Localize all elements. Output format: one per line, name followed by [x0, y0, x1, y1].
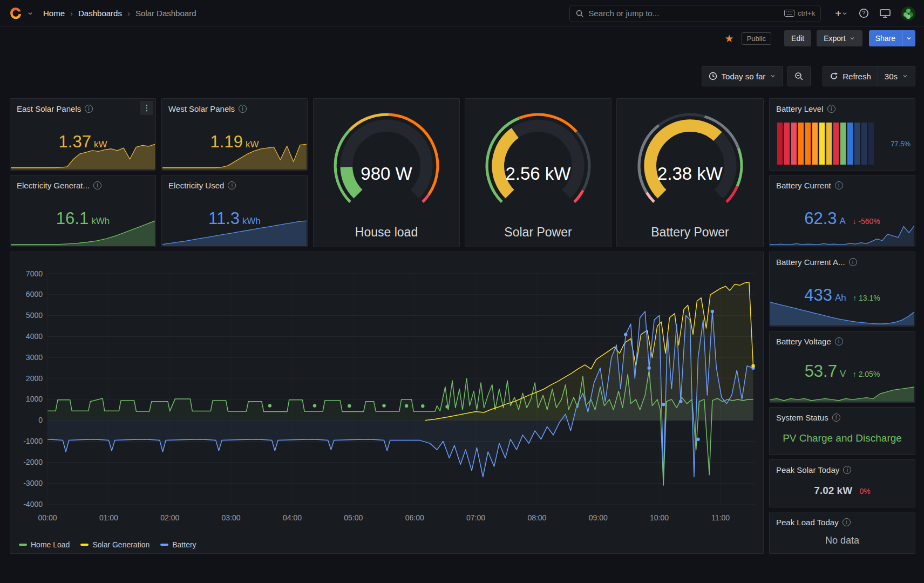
no-data-message: No data [770, 535, 915, 546]
zoom-out-icon [794, 72, 804, 81]
panel-east-solar: East Solar Panels i ⋮ 1.37kW [10, 98, 156, 171]
svg-text:-4000: -4000 [23, 500, 43, 509]
chevron-down-icon [770, 73, 776, 79]
panel-header: East Solar Panels i [17, 103, 151, 114]
time-controls: Today so far Refresh 30s [702, 66, 915, 86]
svg-text:10:00: 10:00 [650, 513, 669, 522]
legend-swatch [19, 544, 27, 546]
legend-item-solar-generation[interactable]: Solar Generation [80, 540, 150, 549]
gauge-title[interactable]: House load [314, 225, 459, 240]
search-input[interactable]: Search or jump to... ctrl+k [569, 5, 821, 22]
refresh-group: Refresh 30s [823, 66, 915, 86]
search-shortcut: ctrl+k [784, 9, 816, 17]
panel-title[interactable]: Battery Current A... [776, 257, 845, 267]
panel-battery-current-ah: Battery Current A... i 433Ah ↑ 13.1% [769, 252, 915, 327]
panel-timeseries: 70006000500040003000200010000-1000-2000-… [10, 252, 764, 554]
nav-left: Home › Dashboards › Solar Dashboard [9, 6, 569, 21]
svg-text:-1000: -1000 [23, 437, 43, 445]
panel-title[interactable]: Battery Voltage [776, 337, 831, 346]
sparkline-chart [11, 218, 155, 246]
timeseries-chart[interactable]: 70006000500040003000200010000-1000-2000-… [10, 252, 763, 527]
breadcrumb-separator: › [127, 9, 130, 18]
search-placeholder: Search or jump to... [588, 9, 779, 18]
share-button[interactable]: Share [869, 30, 902, 46]
info-icon[interactable]: i [835, 181, 843, 189]
panel-header: System Status i [776, 412, 911, 423]
svg-text:00:00: 00:00 [38, 513, 57, 522]
panel-header: Peak Load Today i [776, 517, 911, 527]
edit-button[interactable]: Edit [784, 30, 811, 46]
export-button[interactable]: Export [817, 30, 862, 46]
svg-text:-3000: -3000 [23, 479, 43, 487]
refresh-interval-select[interactable]: 30s [878, 66, 915, 86]
svg-text:11:00: 11:00 [711, 513, 730, 522]
plus-icon: + [835, 8, 841, 19]
panel-title[interactable]: West Solar Panels [168, 104, 235, 113]
sparkline-chart [770, 385, 914, 402]
panel-title[interactable]: Electricity Used [168, 181, 224, 190]
legend-item-battery[interactable]: Battery [160, 540, 196, 549]
info-icon[interactable]: i [239, 105, 247, 113]
svg-text:08:00: 08:00 [527, 513, 546, 522]
info-icon[interactable]: i [843, 466, 851, 474]
peak-solar-value: 7.02 kW 0% [770, 485, 915, 497]
chevron-down-icon [849, 35, 855, 42]
legend-item-home-load[interactable]: Home Load [19, 540, 70, 549]
info-icon[interactable]: i [832, 413, 840, 422]
info-icon[interactable]: i [827, 105, 835, 113]
sparkline-chart [162, 141, 307, 170]
svg-text:0: 0 [38, 416, 43, 424]
share-menu-button[interactable] [902, 30, 915, 46]
refresh-icon [830, 72, 838, 80]
nav-right: + ? [835, 6, 915, 21]
panel-system-status: System Status i PV Charge and Discharge [769, 407, 915, 455]
refresh-button[interactable]: Refresh [823, 66, 878, 86]
svg-text:5000: 5000 [26, 311, 43, 320]
svg-text:09:00: 09:00 [589, 513, 608, 522]
public-badge[interactable]: Public [742, 32, 771, 45]
zoom-out-button[interactable] [787, 66, 811, 86]
panel-header: Battery Voltage i [776, 336, 911, 347]
panel-title[interactable]: Peak Load Today [776, 518, 839, 527]
time-range-picker[interactable]: Today so far [702, 66, 784, 86]
panel-title[interactable]: Battery Level [776, 104, 824, 113]
add-new-button[interactable]: + [835, 8, 848, 19]
panel-menu-icon[interactable]: ⋮ [140, 101, 153, 115]
chevron-down-icon[interactable] [27, 10, 33, 17]
svg-text:3000: 3000 [26, 353, 43, 362]
help-icon[interactable]: ? [859, 8, 869, 18]
grafana-logo-icon[interactable] [9, 6, 23, 21]
info-icon[interactable]: i [843, 518, 851, 526]
info-icon[interactable]: i [849, 258, 857, 266]
gauge-title[interactable]: Solar Power [465, 225, 611, 240]
gauge-value: 980 W [314, 164, 459, 184]
user-avatar[interactable] [901, 6, 915, 21]
panel-title[interactable]: East Solar Panels [17, 104, 81, 113]
breadcrumb-home[interactable]: Home [43, 9, 65, 18]
info-icon[interactable]: i [93, 181, 101, 189]
gauge-value: 2.38 kW [617, 164, 763, 184]
keyboard-icon [784, 10, 794, 17]
panel-title[interactable]: Peak Solar Today [776, 465, 839, 474]
info-icon[interactable]: i [835, 337, 843, 345]
dashboard-toolbar: ★ Public Edit Export Share [725, 30, 915, 46]
svg-text:02:00: 02:00 [160, 513, 179, 522]
panel-battery-current: Battery Current i 62.3A ↓ -560% [769, 175, 915, 247]
search-icon [575, 9, 584, 18]
monitor-icon[interactable] [880, 9, 891, 18]
breadcrumb-current: Solar Dashboard [135, 9, 196, 18]
sparkline-chart [770, 223, 914, 246]
panel-title[interactable]: System Status [776, 413, 828, 422]
sparkline-chart [770, 300, 914, 326]
panel-title[interactable]: Electricity Generat... [17, 181, 90, 190]
favorite-star-icon[interactable]: ★ [725, 33, 734, 44]
svg-text:7000: 7000 [26, 269, 43, 278]
gauge-title[interactable]: Battery Power [617, 225, 763, 240]
share-split-button: Share [869, 30, 915, 46]
breadcrumb-dashboards[interactable]: Dashboards [78, 9, 122, 18]
panel-title[interactable]: Battery Current [776, 181, 831, 190]
gauge-value: 2.56 kW [465, 164, 611, 184]
info-icon[interactable]: i [85, 105, 93, 113]
info-icon[interactable]: i [228, 181, 236, 189]
panel-west-solar: West Solar Panels i 1.19kW [161, 98, 308, 171]
